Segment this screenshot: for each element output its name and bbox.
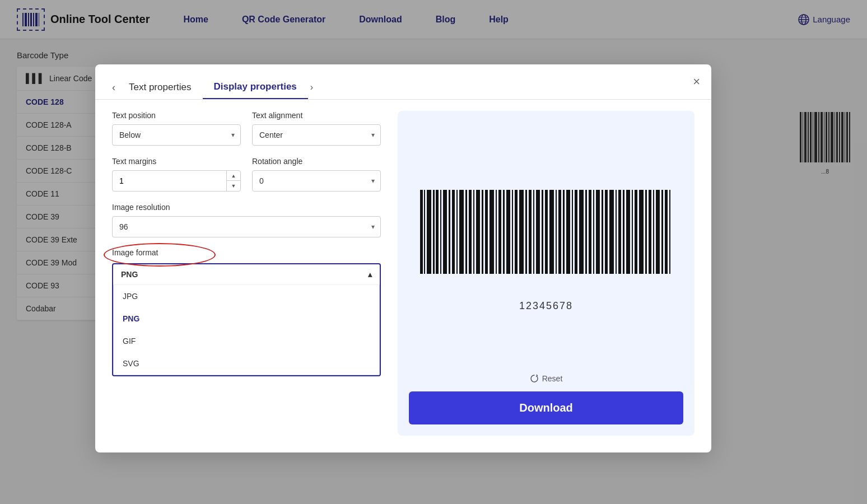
modal-dialog: ‹ Text properties Display properties › ×… (95, 64, 711, 452)
svg-rect-56 (515, 190, 518, 274)
svg-rect-90 (661, 190, 663, 274)
svg-rect-81 (623, 190, 624, 274)
svg-rect-46 (473, 190, 474, 274)
text-alignment-group: Text alignment Center Left Right ▾ (252, 111, 381, 146)
chevron-up-icon: ▴ (368, 270, 372, 279)
image-resolution-select-wrapper[interactable]: 96 72 150 300 ▾ (112, 216, 381, 237)
svg-rect-50 (490, 190, 494, 274)
tab-next-arrow[interactable]: › (310, 82, 313, 92)
selected-format-label: PNG (121, 270, 138, 279)
svg-rect-88 (653, 190, 654, 274)
text-position-select[interactable]: Below Above None (113, 125, 240, 145)
format-option-svg[interactable]: SVG (114, 352, 379, 375)
svg-rect-67 (563, 190, 565, 274)
svg-rect-76 (602, 190, 603, 274)
svg-rect-34 (424, 190, 425, 274)
svg-rect-60 (533, 190, 534, 274)
format-dropdown[interactable]: PNG ▴ JPG PNG GIF S (112, 263, 381, 376)
form-row-1: Text position Below Above None ▾ Text al… (112, 111, 381, 146)
modal-tabs: ‹ Text properties Display properties › × (95, 64, 711, 100)
svg-rect-74 (593, 190, 594, 274)
modal-close-button[interactable]: × (693, 74, 700, 89)
barcode-number: 12345678 (519, 300, 573, 312)
reset-button[interactable]: Reset (530, 374, 563, 383)
tab-prev-arrow[interactable]: ‹ (112, 82, 115, 94)
form-panel: Text position Below Above None ▾ Text al… (112, 111, 381, 436)
svg-rect-57 (519, 190, 524, 274)
svg-rect-87 (649, 190, 651, 274)
svg-rect-42 (456, 190, 458, 274)
svg-rect-53 (503, 190, 505, 274)
svg-rect-33 (420, 190, 423, 274)
svg-rect-71 (579, 190, 584, 274)
svg-rect-89 (656, 190, 660, 274)
svg-rect-70 (575, 190, 577, 274)
barcode-svg (414, 190, 678, 293)
text-position-label: Text position (112, 111, 241, 120)
svg-rect-68 (566, 190, 570, 274)
svg-rect-65 (556, 190, 557, 274)
svg-rect-75 (596, 190, 600, 274)
format-dropdown-header[interactable]: PNG ▴ (113, 264, 380, 285)
svg-rect-48 (482, 190, 483, 274)
text-margins-label: Text margins (112, 157, 241, 166)
svg-rect-64 (549, 190, 554, 274)
svg-rect-35 (427, 190, 431, 274)
format-option-jpg[interactable]: JPG (114, 285, 379, 307)
format-option-png[interactable]: PNG (114, 307, 379, 330)
svg-rect-61 (536, 190, 540, 274)
text-margins-group: Text margins ▲ ▼ (112, 157, 241, 192)
svg-rect-39 (443, 190, 447, 274)
svg-rect-92 (669, 190, 670, 274)
svg-rect-72 (585, 190, 587, 274)
number-spinners: ▲ ▼ (226, 171, 240, 191)
svg-rect-49 (485, 190, 488, 274)
download-button[interactable]: Download (409, 391, 683, 424)
svg-rect-40 (449, 190, 450, 274)
reset-label: Reset (542, 374, 563, 383)
text-position-select-wrapper[interactable]: Below Above None ▾ (112, 124, 241, 146)
svg-rect-83 (632, 190, 633, 274)
svg-rect-66 (558, 190, 561, 274)
text-alignment-select-wrapper[interactable]: Center Left Right ▾ (252, 124, 381, 146)
svg-rect-69 (572, 190, 573, 274)
modal-body: Text position Below Above None ▾ Text al… (95, 100, 711, 436)
svg-rect-77 (605, 190, 608, 274)
tab-text-properties[interactable]: Text properties (118, 76, 203, 99)
svg-rect-58 (525, 190, 527, 274)
image-format-section: Image format PNG ▴ JPG PNG (112, 248, 381, 376)
spinner-up-button[interactable]: ▲ (227, 171, 240, 181)
image-resolution-select[interactable]: 96 72 150 300 (113, 217, 380, 237)
spinner-down-button[interactable]: ▼ (227, 181, 240, 191)
image-format-label: Image format (112, 248, 158, 257)
svg-rect-91 (665, 190, 668, 274)
svg-rect-45 (469, 190, 472, 274)
text-margins-input-wrapper[interactable]: ▲ ▼ (112, 170, 241, 192)
svg-rect-79 (616, 190, 617, 274)
svg-rect-51 (496, 190, 497, 274)
rotation-angle-select-wrapper[interactable]: 0 90 180 270 ▾ (252, 170, 381, 192)
svg-rect-38 (440, 190, 441, 274)
svg-rect-52 (498, 190, 501, 274)
svg-rect-41 (452, 190, 455, 274)
svg-rect-59 (529, 190, 532, 274)
text-margins-input[interactable] (113, 171, 226, 191)
barcode-preview: 12345678 (414, 128, 678, 374)
svg-rect-44 (465, 190, 467, 274)
svg-rect-73 (589, 190, 591, 274)
rotation-angle-label: Rotation angle (252, 157, 381, 166)
format-dropdown-options: JPG PNG GIF SVG (113, 285, 380, 375)
rotation-angle-select[interactable]: 0 90 180 270 (253, 171, 380, 191)
text-alignment-select[interactable]: Center Left Right (253, 125, 380, 145)
format-option-gif[interactable]: GIF (114, 330, 379, 352)
svg-rect-36 (433, 190, 435, 274)
text-alignment-label: Text alignment (252, 111, 381, 120)
svg-rect-54 (506, 190, 510, 274)
tab-display-properties[interactable]: Display properties (203, 76, 308, 99)
svg-rect-86 (645, 190, 647, 274)
svg-rect-43 (459, 190, 464, 274)
svg-rect-63 (545, 190, 548, 274)
svg-rect-84 (635, 190, 637, 274)
image-resolution-group: Image resolution 96 72 150 300 ▾ (112, 203, 381, 237)
image-format-label-wrapper: Image format (112, 248, 158, 258)
